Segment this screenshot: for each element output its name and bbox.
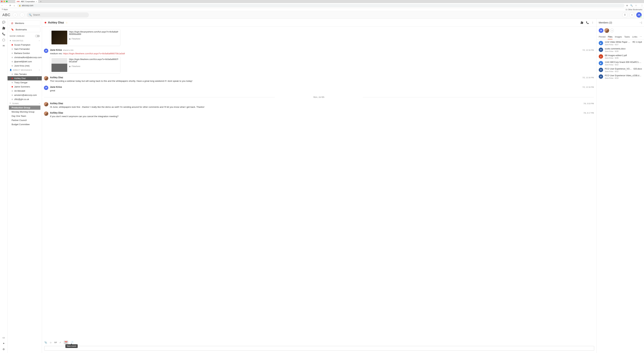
sidebar-team-item[interactable]: Monday Morning Group	[8, 110, 42, 114]
favorite-star-icon[interactable]: ☆	[66, 21, 68, 24]
at-icon: @	[11, 22, 13, 24]
rail-apps-icon[interactable]: ✦	[3, 342, 5, 345]
apps-shortcut[interactable]: ⠿ Apps	[2, 8, 8, 10]
link-preview-card[interactable]: https://login.filewhere.com/fs/v.aspx?v=…	[50, 57, 120, 73]
file-item[interactable]: W PCO User Experience Video_v2SB.docx Ju…	[599, 74, 642, 79]
member-avatar[interactable]	[604, 28, 609, 33]
dm-header[interactable]: 👤 DIRECT MESSAGES ›	[8, 68, 42, 72]
rail-settings-icon[interactable]: ⚙	[2, 348, 5, 351]
sidebar-item[interactable]: Susan Frampton	[8, 43, 42, 47]
new-action-button[interactable]: ＋	[629, 12, 634, 17]
file-item[interactable]: W PCO User Experience_VO-redo...020.docx…	[599, 68, 642, 72]
avatar[interactable]	[44, 76, 48, 80]
traffic-zoom[interactable]	[6, 1, 8, 2]
sidebar-item[interactable]: chrisbradford@abccorp.com	[8, 55, 42, 59]
close-tab-icon[interactable]: ×	[36, 0, 37, 2]
avatar[interactable]: JK	[44, 48, 48, 53]
note-icon[interactable]: 📄	[70, 341, 74, 344]
reload-icon[interactable]: ⟳	[9, 4, 12, 7]
panel-tab[interactable]: Files	[608, 34, 612, 39]
avatar[interactable]	[44, 111, 48, 116]
teams-header[interactable]: ⠿ TEAMS ›	[8, 101, 42, 105]
sidebar-team-item[interactable]: Day One Team	[8, 114, 42, 118]
file-name: 1132 Video White Paper 001 ...	[605, 41, 631, 43]
sidebar-item[interactable]: zfitz@ghi.co.uk	[8, 97, 42, 101]
file-item[interactable]: W scotts comments.docx June Kriss · 6/26	[599, 47, 642, 52]
panel-tab[interactable]: Tasks	[624, 34, 630, 39]
me-avatar[interactable]: JK	[636, 12, 642, 17]
start-video-icon[interactable]: 🎥	[580, 21, 583, 24]
sidebar-item[interactable]: Tracy Gengar	[8, 80, 42, 85]
sidebar-item[interactable]: June Kriss (me)	[8, 64, 42, 68]
show-unread-toggle[interactable]	[35, 35, 40, 37]
favorites-header[interactable]: ★ FAVORITES ›	[8, 38, 42, 43]
sidebar-item[interactable]: Sam Fernandez	[8, 47, 42, 51]
member-avatar[interactable]: JK	[599, 28, 604, 33]
item-menu-icon[interactable]: ⋮	[36, 77, 38, 80]
sidebar-team-item[interactable]: Production Group	[9, 105, 40, 110]
traffic-minimize[interactable]	[4, 1, 5, 2]
sidebar-team-item[interactable]: Budget Committee	[8, 122, 42, 126]
sidebar-item[interactable]: Barbara Gordon	[8, 51, 42, 55]
zoom-icon[interactable]: 🔍	[630, 4, 633, 7]
mentions-button[interactable]: @ Mentions	[9, 20, 40, 26]
sidebar-item[interactable]: amstern@abccorp.com	[8, 93, 42, 97]
panel-tab[interactable]: Links	[632, 34, 637, 39]
bookmarks-button[interactable]: 🔖 Bookmarks	[9, 27, 40, 32]
link-preview-card[interactable]: https://login.filesanywhere.com/fs/v.asp…	[50, 29, 120, 46]
tabs-menu-icon[interactable]: ⋯	[640, 34, 642, 39]
new-event-icon[interactable]: 📅	[64, 341, 68, 344]
file-ext: 020.docx	[634, 68, 642, 70]
message-input[interactable]	[44, 346, 594, 351]
sidebar-item[interactable]: jfparnell@def.com	[8, 59, 42, 64]
star-url-icon[interactable]: ☆	[635, 4, 637, 7]
contact-name: zfitz@ghi.co.uk	[14, 98, 29, 100]
sidebar-item[interactable]: Ashley Diaz⋮	[8, 76, 42, 80]
rail-inbox-icon[interactable]: ✉	[3, 44, 5, 47]
browser-tab[interactable]: ABC ABC Corporation ×	[15, 0, 38, 3]
file-item[interactable]: ▶ 1132 Video White Paper 001 ...RC 2.mp4…	[599, 41, 642, 45]
dialpad-button[interactable]: ⠿	[622, 12, 628, 17]
start-call-icon[interactable]: 📞	[586, 21, 589, 24]
app-logo[interactable]: ABC	[2, 13, 10, 17]
close-preview-icon[interactable]: ×	[117, 58, 118, 60]
contact-name: Ali Wendell	[14, 90, 25, 92]
other-bookmarks[interactable]: 🗀 Other Bookmarks	[626, 8, 642, 10]
chrome-menu-icon[interactable]: ⋮	[641, 4, 643, 7]
avatar[interactable]: JK	[44, 86, 48, 90]
global-search[interactable]: 🔍	[27, 12, 89, 17]
add-member-button[interactable]: ＋	[610, 29, 614, 32]
gif-icon[interactable]: GIF	[54, 342, 57, 344]
new-tab-button[interactable]: +	[40, 0, 41, 2]
address-bar[interactable]: 🔒 abccorp.com	[17, 4, 624, 7]
rail-phone-icon[interactable]: 📞	[2, 33, 5, 35]
file-item[interactable]: ▶ 1142 ABCCorp Snack 009 HOwRC1.mp4 June…	[599, 61, 642, 66]
panel-tab[interactable]: Images	[615, 34, 622, 39]
message-link[interactable]: https://login.filewhere.com/fs/v.aspx?v=…	[63, 52, 125, 55]
install-icon[interactable]: ⊕	[626, 4, 628, 7]
sidebar-team-item[interactable]: Partner Council	[8, 118, 42, 122]
rail-video-icon[interactable]: 🎥	[2, 27, 5, 29]
convo-menu-icon[interactable]: ⋮	[592, 21, 594, 24]
rail-contacts-icon[interactable]: ◯	[2, 39, 5, 41]
home-icon[interactable]: ⌂	[13, 4, 16, 7]
attach-icon[interactable]: 📎	[44, 341, 47, 344]
back-icon[interactable]: ←	[1, 4, 3, 7]
rail-analytics-icon[interactable]: ▭	[2, 337, 5, 339]
collapse-panel-icon[interactable]: →|	[639, 21, 642, 24]
rail-messages-icon[interactable]: 💬	[2, 21, 5, 24]
file-item[interactable]: ▲ BB Images-edited-2.pdf June Kriss · 6/…	[599, 54, 642, 59]
task-icon[interactable]: ✓	[59, 341, 62, 344]
panel-tab[interactable]: Pinned	[599, 34, 606, 39]
sidebar-item[interactable]: Jaime Sommers	[8, 85, 42, 89]
nav-back-button[interactable]: ‹	[13, 12, 18, 17]
search-input[interactable]	[33, 13, 87, 16]
traffic-close[interactable]	[1, 1, 2, 2]
avatar[interactable]	[44, 102, 48, 106]
emoji-icon[interactable]: ☺	[50, 341, 52, 344]
sidebar-item[interactable]: Alex Tamako	[8, 72, 42, 76]
message-feed[interactable]: https://login.filesanywhere.com/fs/v.asp…	[42, 26, 596, 339]
close-preview-icon[interactable]: ×	[117, 30, 118, 33]
macos-titlebar: ABC ABC Corporation × +	[0, 0, 644, 3]
sidebar-item[interactable]: Ali Wendell	[8, 89, 42, 93]
